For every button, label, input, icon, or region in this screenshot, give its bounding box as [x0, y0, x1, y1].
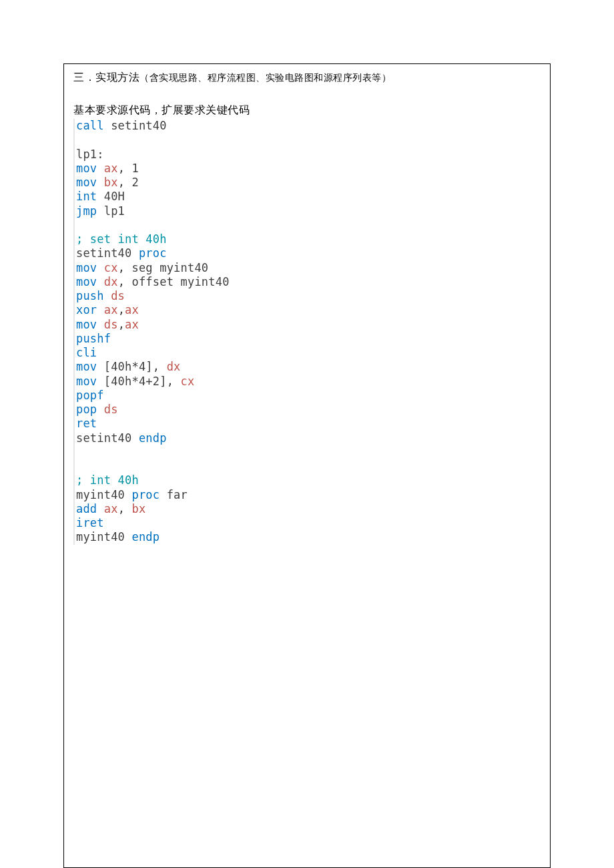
code-token: proc — [139, 246, 167, 260]
code-token: ; int 40h — [76, 473, 139, 487]
code-line: myint40 endp — [76, 530, 541, 544]
code-token: ds — [104, 403, 118, 416]
code-token: ax — [125, 303, 139, 316]
code-token — [97, 176, 103, 189]
code-line — [76, 445, 541, 459]
code-line: popf — [76, 389, 541, 403]
code-token: , 2 — [118, 176, 139, 189]
code-line: ret — [76, 417, 541, 431]
code-line: int 40H — [76, 190, 541, 204]
code-token: ax — [125, 318, 139, 331]
code-line: setint40 endp — [76, 431, 541, 445]
code-token — [104, 289, 111, 302]
code-token: lp1 — [97, 204, 125, 218]
code-token: endp — [131, 530, 160, 544]
code-token: ret — [76, 417, 97, 430]
code-token: mov — [76, 162, 97, 175]
code-token: ax — [104, 502, 118, 515]
code-line: xor ax,ax — [76, 303, 541, 317]
code-token — [97, 403, 103, 416]
code-line: push ds — [76, 289, 541, 303]
code-token: mov — [76, 261, 97, 274]
code-token: setint40 — [76, 246, 139, 260]
code-line: mov [40h*4+2], cx — [76, 375, 541, 389]
code-token: [40h*4], — [97, 360, 166, 373]
code-token: setint40 — [104, 119, 167, 132]
code-block: call setint40 lp1:mov ax, 1mov bx, 2int … — [73, 119, 541, 545]
code-token: myint40 — [76, 530, 131, 544]
code-token: , 1 — [118, 162, 139, 175]
code-token: dx — [104, 275, 118, 288]
code-line — [76, 459, 541, 473]
code-line: cli — [76, 346, 541, 360]
code-token: setint40 — [76, 431, 139, 445]
code-line: jmp lp1 — [76, 204, 541, 218]
code-line: pop ds — [76, 403, 541, 417]
code-line — [76, 133, 541, 147]
heading-main: 三．实现方法 — [73, 71, 139, 83]
code-token — [97, 303, 103, 316]
code-line: mov dx, offset myint40 — [76, 275, 541, 289]
code-token: pop — [76, 403, 97, 416]
code-token: bx — [132, 502, 146, 515]
code-token: int — [76, 190, 97, 203]
code-token: [40h*4+2], — [97, 375, 180, 388]
code-token: proc — [131, 488, 160, 501]
code-token: 40H — [97, 190, 125, 203]
code-token: mov — [76, 176, 97, 189]
code-token: , — [118, 502, 132, 515]
code-token: mov — [76, 360, 97, 373]
heading-paren: （含实现思路、程序流程图、实验电路图和源程序列表等） — [139, 73, 391, 83]
code-token — [97, 162, 103, 175]
code-token: , — [118, 303, 125, 316]
section-heading: 三．实现方法（含实现思路、程序流程图、实验电路图和源程序列表等） — [73, 71, 541, 85]
code-token: mov — [76, 375, 97, 388]
code-line: mov ds,ax — [76, 318, 541, 332]
code-line: add ax, bx — [76, 502, 541, 516]
code-token: endp — [139, 431, 167, 445]
code-token: , seg myint40 — [118, 261, 209, 274]
code-token: iret — [76, 516, 104, 529]
code-token: mov — [76, 318, 97, 331]
code-token: pushf — [76, 332, 111, 345]
code-token: ax — [104, 162, 118, 175]
code-token: , — [118, 318, 125, 331]
code-token: xor — [76, 303, 97, 316]
code-token: dx — [167, 360, 181, 373]
code-line: mov [40h*4], dx — [76, 360, 541, 374]
code-token: far — [160, 488, 188, 501]
code-token: ax — [104, 303, 118, 316]
code-token: push — [76, 289, 104, 302]
code-line — [76, 218, 541, 232]
code-line: myint40 proc far — [76, 488, 541, 502]
code-line: setint40 proc — [76, 246, 541, 260]
code-token — [97, 261, 103, 274]
code-token — [97, 502, 103, 515]
code-line: ; set int 40h — [76, 232, 541, 246]
code-token: bx — [104, 176, 118, 189]
code-token — [97, 318, 103, 331]
code-token: ds — [104, 318, 118, 331]
code-token: , offset myint40 — [118, 275, 230, 288]
code-line: mov cx, seg myint40 — [76, 261, 541, 275]
code-line: iret — [76, 516, 541, 530]
code-token: cx — [181, 375, 195, 388]
code-line: mov ax, 1 — [76, 162, 541, 176]
code-token: ; set int 40h — [76, 232, 167, 246]
code-line: mov bx, 2 — [76, 176, 541, 190]
section-subheading: 基本要求源代码，扩展要求关键代码 — [73, 103, 541, 118]
code-token: popf — [76, 389, 104, 402]
code-token: jmp — [76, 204, 97, 218]
code-token: mov — [76, 275, 97, 288]
code-token: ds — [111, 289, 125, 302]
code-line: pushf — [76, 332, 541, 346]
document-page: 三．实现方法（含实现思路、程序流程图、实验电路图和源程序列表等） 基本要求源代码… — [63, 63, 551, 868]
code-line: call setint40 — [76, 119, 541, 133]
code-token: cx — [104, 261, 118, 274]
code-line: ; int 40h — [76, 473, 541, 487]
code-token — [97, 275, 103, 288]
code-token: lp1: — [76, 148, 104, 161]
code-line: lp1: — [76, 148, 541, 162]
code-token: call — [76, 119, 104, 132]
code-token: cli — [76, 346, 97, 359]
